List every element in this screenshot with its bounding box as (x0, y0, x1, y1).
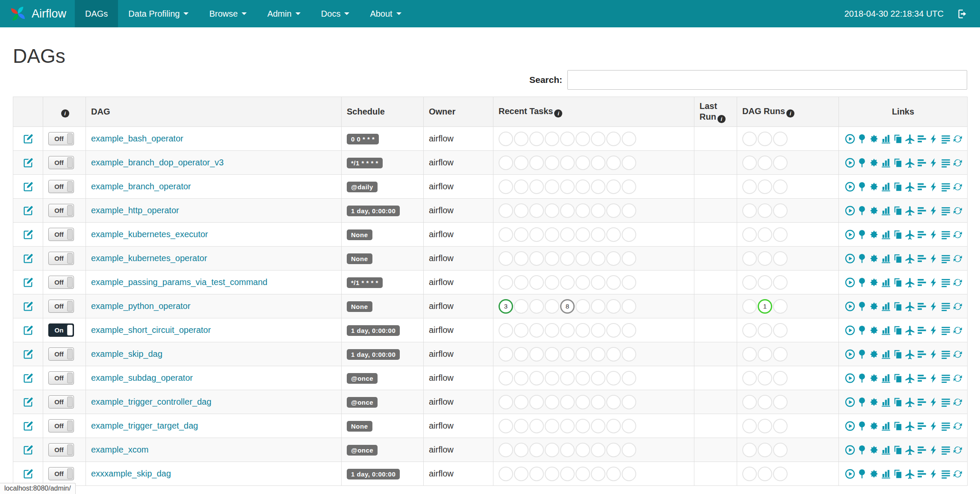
dag-run-circle[interactable] (742, 371, 757, 385)
task-status-circle[interactable] (499, 371, 513, 385)
dag-run-circle[interactable] (742, 467, 757, 481)
tree-view-icon[interactable] (856, 277, 868, 288)
task-status-circle[interactable] (591, 347, 605, 362)
dag-run-circle[interactable] (773, 275, 788, 290)
dag-pause-toggle[interactable]: Off (48, 467, 74, 480)
code-icon[interactable] (928, 420, 939, 432)
refresh-icon[interactable] (952, 229, 963, 240)
edit-dag-icon[interactable] (22, 396, 34, 408)
dag-pause-toggle[interactable]: Off (48, 156, 74, 169)
dag-run-circle[interactable] (773, 179, 788, 194)
nav-item-dags[interactable]: DAGs (75, 0, 118, 27)
task-status-circle[interactable] (545, 179, 559, 194)
task-status-circle[interactable] (529, 347, 544, 362)
search-input[interactable] (567, 70, 967, 90)
graph-view-icon[interactable] (868, 133, 880, 144)
dag-run-circle[interactable] (742, 179, 757, 194)
dag-pause-toggle[interactable]: Off (48, 419, 74, 432)
task-status-circle[interactable] (499, 203, 513, 218)
task-status-circle[interactable] (529, 467, 544, 481)
landing-times-icon[interactable] (904, 397, 915, 408)
task-status-circle[interactable] (499, 179, 513, 194)
nav-item-docs[interactable]: Docs (311, 0, 360, 27)
info-icon[interactable] (786, 109, 794, 118)
task-status-circle[interactable] (591, 179, 605, 194)
task-duration-icon[interactable] (880, 277, 891, 288)
task-status-circle[interactable] (560, 371, 575, 385)
task-status-circle[interactable] (606, 443, 621, 457)
gantt-icon[interactable] (916, 253, 927, 264)
task-status-circle[interactable] (622, 323, 636, 338)
task-tries-icon[interactable] (892, 325, 903, 336)
task-status-circle[interactable] (622, 203, 636, 218)
task-status-circle[interactable] (545, 347, 559, 362)
task-status-circle[interactable] (606, 156, 621, 170)
graph-view-icon[interactable] (868, 349, 880, 360)
log-icon[interactable] (940, 205, 951, 216)
dag-link[interactable]: example_trigger_controller_dag (91, 397, 211, 406)
dag-run-circle[interactable]: 1 (758, 299, 772, 314)
refresh-icon[interactable] (952, 444, 963, 456)
dag-link[interactable]: example_short_circuit_operator (91, 325, 211, 335)
edit-dag-icon[interactable] (22, 468, 34, 480)
task-tries-icon[interactable] (892, 181, 903, 192)
gantt-icon[interactable] (916, 205, 927, 216)
task-status-circle[interactable] (499, 275, 513, 290)
task-status-circle[interactable] (560, 419, 575, 433)
code-icon[interactable] (928, 373, 939, 384)
task-status-circle[interactable] (622, 395, 636, 409)
task-status-circle[interactable] (514, 227, 528, 242)
dag-link[interactable]: example_http_operator (91, 206, 179, 215)
task-status-circle[interactable]: 3 (499, 299, 513, 314)
log-icon[interactable] (940, 277, 951, 288)
task-duration-icon[interactable] (880, 325, 891, 336)
refresh-icon[interactable] (952, 277, 963, 288)
code-icon[interactable] (928, 181, 939, 192)
task-status-circle[interactable] (514, 132, 528, 146)
refresh-icon[interactable] (952, 301, 963, 312)
dag-run-circle[interactable] (758, 156, 772, 170)
task-status-circle[interactable] (591, 203, 605, 218)
dag-run-circle[interactable] (773, 371, 788, 385)
info-icon[interactable] (61, 109, 69, 118)
dag-run-circle[interactable] (773, 347, 788, 362)
task-duration-icon[interactable] (880, 205, 891, 216)
task-status-circle[interactable] (514, 395, 528, 409)
tree-view-icon[interactable] (856, 420, 868, 432)
dag-pause-toggle[interactable]: Off (48, 132, 74, 145)
task-status-circle[interactable] (514, 203, 528, 218)
task-status-circle[interactable] (560, 443, 575, 457)
trigger-dag-icon[interactable] (844, 444, 856, 456)
task-status-circle[interactable] (560, 156, 575, 170)
gantt-icon[interactable] (916, 325, 927, 336)
dag-pause-toggle[interactable]: Off (48, 371, 74, 385)
landing-times-icon[interactable] (904, 301, 915, 312)
trigger-dag-icon[interactable] (844, 181, 856, 192)
edit-dag-icon[interactable] (22, 205, 34, 217)
task-status-circle[interactable] (514, 299, 528, 314)
trigger-dag-icon[interactable] (844, 157, 856, 168)
trigger-dag-icon[interactable] (844, 253, 856, 264)
task-status-circle[interactable] (499, 156, 513, 170)
task-status-circle[interactable] (576, 275, 590, 290)
dag-run-circle[interactable] (758, 251, 772, 266)
task-tries-icon[interactable] (892, 229, 903, 240)
task-status-circle[interactable] (606, 203, 621, 218)
refresh-icon[interactable] (952, 205, 963, 216)
task-status-circle[interactable] (560, 323, 575, 338)
code-icon[interactable] (928, 133, 939, 144)
dag-run-circle[interactable] (742, 299, 757, 314)
code-icon[interactable] (928, 205, 939, 216)
task-status-circle[interactable] (622, 156, 636, 170)
dag-run-circle[interactable] (742, 203, 757, 218)
task-status-circle[interactable] (576, 156, 590, 170)
dag-link[interactable]: example_passing_params_via_test_command (91, 277, 267, 287)
log-icon[interactable] (940, 157, 951, 168)
landing-times-icon[interactable] (904, 325, 915, 336)
task-status-circle[interactable] (576, 395, 590, 409)
task-status-circle[interactable] (591, 251, 605, 266)
task-status-circle[interactable] (560, 203, 575, 218)
refresh-icon[interactable] (952, 349, 963, 360)
code-icon[interactable] (928, 229, 939, 240)
log-icon[interactable] (940, 397, 951, 408)
